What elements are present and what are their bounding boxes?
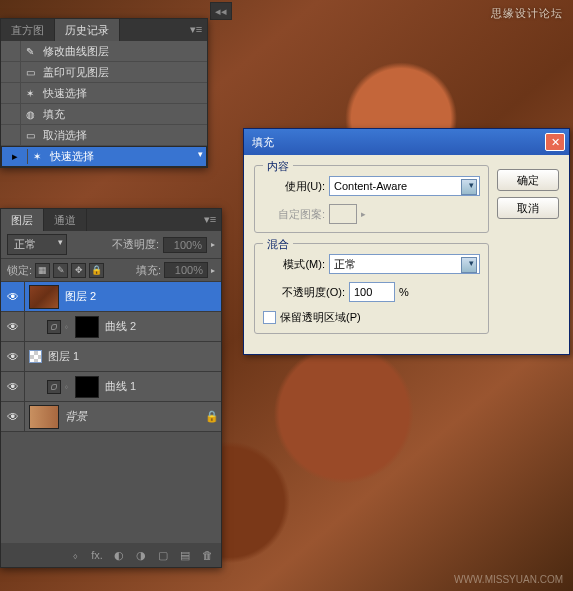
mode-label: 模式(M): <box>263 257 325 272</box>
dialog-opacity-input[interactable] <box>349 282 395 302</box>
dock-toggle-icon[interactable]: ◂◂ <box>210 2 232 20</box>
layer-name[interactable]: 图层 2 <box>59 289 221 304</box>
deselect-icon: ▭ <box>21 125 39 145</box>
use-select[interactable]: Content-Aware <box>329 176 480 196</box>
layer-name[interactable]: 背景 <box>59 409 203 424</box>
lock-transparency-icon[interactable]: ▦ <box>35 263 50 278</box>
layer-thumbnail[interactable] <box>29 405 59 429</box>
content-legend: 内容 <box>263 159 293 174</box>
fill-dialog: 填充 ✕ 内容 使用(U): Content-Aware 自定图案: ▸ 混合 … <box>243 128 570 355</box>
panel-menu-icon[interactable]: ▾≡ <box>203 212 217 226</box>
history-item[interactable]: ◍填充 <box>1 104 207 125</box>
cancel-button[interactable]: 取消 <box>497 197 559 219</box>
visibility-icon[interactable]: 👁 <box>1 342 25 371</box>
visibility-icon[interactable]: 👁 <box>1 282 25 311</box>
history-item[interactable]: ✶快速选择 <box>1 83 207 104</box>
layers-tabbar: 图层 通道 ▾≡ <box>1 209 221 231</box>
layer-mask-icon[interactable]: ◐ <box>111 547 127 563</box>
fill-icon: ◍ <box>21 104 39 124</box>
tab-histogram[interactable]: 直方图 <box>1 19 55 41</box>
lock-row: 锁定: ▦ ✎ ✥ 🔒 填充: 100% ▸ <box>1 259 221 282</box>
layers-list: 👁 图层 2 👁 ⬨ 曲线 2 👁 图层 1 👁 ⬨ 曲线 1 👁 <box>1 282 221 432</box>
dialog-title: 填充 <box>252 135 545 150</box>
preserve-label: 保留透明区域(P) <box>280 310 361 325</box>
layer-name[interactable]: 曲线 1 <box>99 379 221 394</box>
close-icon[interactable]: ✕ <box>545 133 565 151</box>
layer-row[interactable]: 👁 图层 1 <box>1 342 221 372</box>
chevron-down-icon: ▸ <box>361 209 366 219</box>
quick-select-icon: ✶ <box>21 83 39 103</box>
chevron-down-icon[interactable]: ▸ <box>211 240 215 249</box>
layer-thumbnail[interactable] <box>29 350 42 363</box>
history-item[interactable]: ▭取消选择 <box>1 125 207 146</box>
link-icon: ⬨ <box>61 382 71 391</box>
history-cursor-icon: ▸ <box>12 150 24 163</box>
history-panel: 直方图 历史记录 ▾≡ ✎修改曲线图层 ▭盖印可见图层 ✶快速选择 ◍填充 ▭取… <box>0 18 208 168</box>
pattern-swatch <box>329 204 357 224</box>
layer-thumbnail[interactable] <box>29 285 59 309</box>
layer-row[interactable]: 👁 背景 🔒 <box>1 402 221 432</box>
layer-row[interactable]: 👁 ⬨ 曲线 1 <box>1 372 221 402</box>
link-layers-icon[interactable]: ⬨ <box>67 547 83 563</box>
ok-button[interactable]: 确定 <box>497 169 559 191</box>
visibility-icon[interactable]: 👁 <box>1 402 25 431</box>
quick-select-icon: ✶ <box>28 149 46 164</box>
layers-panel: 图层 通道 ▾≡ 正常 不透明度: 100% ▸ 锁定: ▦ ✎ ✥ 🔒 填充:… <box>0 208 222 568</box>
opacity-label: 不透明度: <box>112 237 159 252</box>
lock-paint-icon[interactable]: ✎ <box>53 263 68 278</box>
watermark-text: 思缘设计论坛 <box>491 6 563 21</box>
panel-menu-icon[interactable]: ▾≡ <box>189 22 203 36</box>
history-list: ✎修改曲线图层 ▭盖印可见图层 ✶快速选择 ◍填充 ▭取消选择 ▸✶快速选择 <box>1 41 207 167</box>
fill-label: 填充: <box>136 263 161 278</box>
history-tabbar: 直方图 历史记录 ▾≡ <box>1 19 207 41</box>
blending-fieldset: 混合 模式(M): 正常 不透明度(O): % 保留透明区域(P) <box>254 243 489 334</box>
new-layer-icon[interactable]: ▤ <box>177 547 193 563</box>
use-label: 使用(U): <box>263 179 325 194</box>
tab-layers[interactable]: 图层 <box>1 209 44 231</box>
layers-footer: ⬨ fx. ◐ ◑ ▢ ▤ 🗑 <box>1 543 221 567</box>
edit-curve-icon: ✎ <box>21 41 39 61</box>
blending-legend: 混合 <box>263 237 293 252</box>
mask-thumbnail[interactable] <box>75 316 99 338</box>
mode-select[interactable]: 正常 <box>329 254 480 274</box>
layer-row[interactable]: 👁 图层 2 <box>1 282 221 312</box>
delete-layer-icon[interactable]: 🗑 <box>199 547 215 563</box>
dialog-titlebar[interactable]: 填充 ✕ <box>244 129 569 155</box>
fill-input[interactable]: 100% <box>164 262 208 278</box>
blend-mode-select[interactable]: 正常 <box>7 234 67 255</box>
pattern-label: 自定图案: <box>263 207 325 222</box>
opacity-input[interactable]: 100% <box>163 237 207 253</box>
chevron-down-icon[interactable]: ▸ <box>211 266 215 275</box>
lock-label: 锁定: <box>7 263 32 278</box>
opacity-unit: % <box>399 286 409 298</box>
layer-name[interactable]: 图层 1 <box>42 349 221 364</box>
layer-options-row: 正常 不透明度: 100% ▸ <box>1 231 221 259</box>
watermark-url: WWW.MISSYUAN.COM <box>454 574 563 585</box>
layer-style-icon[interactable]: fx. <box>89 547 105 563</box>
lock-icon: 🔒 <box>203 410 221 423</box>
history-item[interactable]: ▭盖印可见图层 <box>1 62 207 83</box>
lock-all-icon[interactable]: 🔒 <box>89 263 104 278</box>
tab-history[interactable]: 历史记录 <box>55 19 120 41</box>
history-item[interactable]: ▸✶快速选择 <box>1 146 207 167</box>
preserve-transparency-checkbox[interactable] <box>263 311 276 324</box>
group-icon[interactable]: ▢ <box>155 547 171 563</box>
history-item[interactable]: ✎修改曲线图层 <box>1 41 207 62</box>
content-fieldset: 内容 使用(U): Content-Aware 自定图案: ▸ <box>254 165 489 233</box>
adjustment-icon[interactable] <box>47 380 61 394</box>
lock-position-icon[interactable]: ✥ <box>71 263 86 278</box>
layer-row[interactable]: 👁 ⬨ 曲线 2 <box>1 312 221 342</box>
mask-thumbnail[interactable] <box>75 376 99 398</box>
stamp-icon: ▭ <box>21 62 39 82</box>
layer-name[interactable]: 曲线 2 <box>99 319 221 334</box>
link-icon: ⬨ <box>61 322 71 331</box>
adjustment-icon[interactable] <box>47 320 61 334</box>
dialog-opacity-label: 不透明度(O): <box>263 285 345 300</box>
adjustment-layer-icon[interactable]: ◑ <box>133 547 149 563</box>
tab-channels[interactable]: 通道 <box>44 209 87 231</box>
visibility-icon[interactable]: 👁 <box>1 312 25 341</box>
visibility-icon[interactable]: 👁 <box>1 372 25 401</box>
